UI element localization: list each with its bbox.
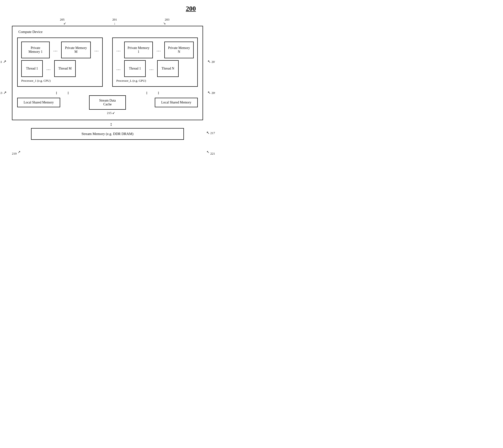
ref-207-label: ↖ 207 [207, 59, 215, 64]
ref-215-label: 215 ↙ [107, 111, 115, 115]
diagram-title: 200 [5, 5, 210, 12]
ref-205: 205 [60, 18, 65, 21]
arrow-proc2-cache: ↕ [146, 90, 148, 95]
arrow-cache-to-memory: ↕ [12, 121, 210, 127]
proc2-thread-n: Thread N [157, 60, 179, 77]
arrow-proc1-local: ↕ [55, 90, 58, 95]
outer-border: Compute Device Private Memory 1 … Privat… [12, 26, 203, 120]
proc2-private-memory-1: Private Memory 1 [124, 42, 153, 58]
stream-memory-container: Stream Memory (e.g. DDR DRAM) ↖ 217 [12, 128, 203, 140]
proc1-private-memory-m: Private Memory M [61, 42, 91, 58]
proc2-label: Processor_L (e.g. GPU) [116, 79, 194, 83]
proc2-private-memory-n: Private Memory N [164, 42, 194, 58]
proc2-thread-1: Thread 1 [124, 60, 146, 77]
ref-213-label: 213 ↗ [0, 90, 6, 95]
compute-device-container: 211 ↗ 213 ↗ ↖ 207 ↖ 209 219 ↗ ↖ 221 Comp… [12, 26, 203, 120]
ref-209-label: ↖ 209 [207, 90, 215, 95]
proc1-private-memory-1: Private Memory 1 [21, 42, 50, 58]
ref-211-label: 211 ↗ [0, 59, 6, 64]
ref-219-label: 219 ↗ [12, 150, 20, 156]
compute-device-label: Compute Device [18, 30, 198, 34]
stream-memory-box: Stream Memory (e.g. DDR DRAM) [31, 128, 184, 140]
proc1-thread-m: Thread M [54, 60, 76, 77]
diagram-wrapper: 200 205 201 203 ↙ ↓ ↘ 211 ↗ 213 ↗ ↖ 207 [5, 5, 210, 140]
ref-201: 201 [112, 18, 117, 21]
local-shared-memory-2: Local Shared Memory [155, 98, 198, 107]
local-shared-memory-1: Local Shared Memory [17, 98, 60, 107]
ref-203: 203 [165, 18, 170, 21]
arrow-proc1-cache: ↕ [67, 90, 69, 95]
arrow-proc2-local: ↕ [157, 90, 159, 95]
stream-data-cache: Stream Data Cache [89, 95, 126, 110]
ref-221-label: ↖ 221 [207, 150, 215, 156]
proc1-label: Processor_1 (e.g. CPU) [21, 79, 99, 83]
proc1-thread-1: Thread 1 [21, 60, 43, 77]
processor2-box: … Private Memory 1 … Private Memory N … [112, 37, 198, 87]
processor1-box: Private Memory 1 … Private Memory M … Th… [17, 37, 103, 87]
ref-217-label: ↖ 217 [206, 130, 215, 135]
